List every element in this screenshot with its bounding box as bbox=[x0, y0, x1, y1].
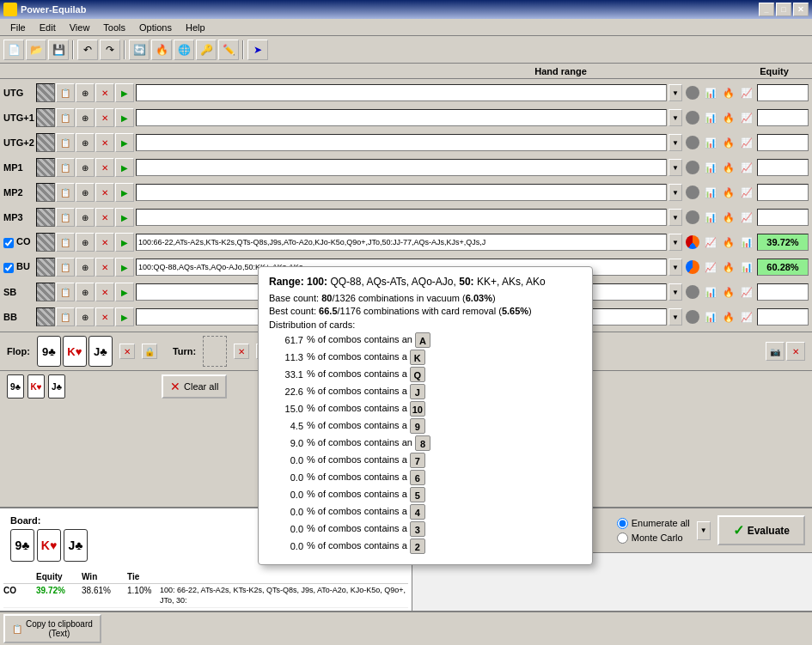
bb-circle-icon[interactable] bbox=[684, 308, 701, 326]
utg1-btn4[interactable]: ▶ bbox=[115, 108, 134, 127]
co-fire-icon[interactable]: 🔥 bbox=[720, 234, 737, 251]
toolbar-new[interactable]: 📄 bbox=[3, 40, 24, 60]
mp1-bar-icon[interactable]: 📈 bbox=[738, 159, 755, 176]
flop-card-1[interactable]: 9♣ bbox=[37, 336, 61, 367]
turn-card-slot[interactable] bbox=[203, 336, 227, 367]
bb-range-picker[interactable] bbox=[36, 307, 55, 326]
utg2-fire-icon[interactable]: 🔥 bbox=[720, 134, 737, 151]
mp1-range-input[interactable] bbox=[136, 159, 667, 176]
sb-bar-icon[interactable]: 📈 bbox=[738, 283, 755, 301]
utg1-btn1[interactable]: 📋 bbox=[56, 108, 75, 127]
mp2-btn1[interactable]: 📋 bbox=[56, 183, 75, 202]
bu-trend-icon[interactable]: 📈 bbox=[702, 259, 719, 276]
flop-lock-btn[interactable]: 🔒 bbox=[142, 344, 157, 359]
menu-edit[interactable]: Edit bbox=[33, 21, 63, 34]
eval-dropdown[interactable]: ▼ bbox=[697, 521, 711, 540]
utg-btn4[interactable]: ▶ bbox=[115, 83, 134, 102]
menu-file[interactable]: File bbox=[3, 21, 33, 34]
sb-btn3[interactable]: ✕ bbox=[95, 283, 114, 301]
toolbar-key[interactable]: 🔑 bbox=[196, 40, 217, 60]
co-bar-icon[interactable]: 📊 bbox=[738, 234, 755, 251]
mp2-btn4[interactable]: ▶ bbox=[115, 183, 134, 202]
turn-clear-btn[interactable]: ✕ bbox=[234, 344, 249, 359]
utg2-btn4[interactable]: ▶ bbox=[115, 133, 134, 152]
toolbar-wand[interactable]: ✏️ bbox=[218, 40, 239, 60]
sb-fire-icon[interactable]: 🔥 bbox=[720, 283, 737, 301]
utg2-btn2[interactable]: ⊕ bbox=[76, 133, 95, 152]
bu-btn2[interactable]: ⊕ bbox=[76, 258, 95, 277]
mp1-btn4[interactable]: ▶ bbox=[115, 158, 134, 177]
utg-btn2[interactable]: ⊕ bbox=[76, 83, 95, 102]
monte-carlo-option[interactable]: Monte Carlo bbox=[617, 532, 690, 544]
mp1-range-picker[interactable] bbox=[36, 158, 55, 177]
mp3-range-picker[interactable] bbox=[36, 208, 55, 227]
utg1-dropdown[interactable]: ▼ bbox=[669, 109, 682, 126]
menu-tools[interactable]: Tools bbox=[96, 21, 132, 34]
bu-dropdown[interactable]: ▼ bbox=[669, 259, 682, 276]
close-button[interactable]: ✕ bbox=[793, 3, 809, 16]
utg2-range-picker[interactable] bbox=[36, 133, 55, 152]
utg1-btn3[interactable]: ✕ bbox=[95, 108, 114, 127]
utg-btn1[interactable]: 📋 bbox=[56, 83, 75, 102]
mp2-btn3[interactable]: ✕ bbox=[95, 183, 114, 202]
maximize-button[interactable]: □ bbox=[776, 3, 791, 16]
co-checkbox[interactable] bbox=[3, 238, 14, 248]
mp3-bar-icon[interactable]: 📈 bbox=[738, 209, 755, 226]
co-btn4[interactable]: ▶ bbox=[115, 233, 134, 252]
mp1-btn2[interactable]: ⊕ bbox=[76, 158, 95, 177]
bu-range-picker[interactable] bbox=[36, 258, 55, 277]
mp2-fire-icon[interactable]: 🔥 bbox=[720, 184, 737, 201]
utg-chart-icon[interactable]: 📊 bbox=[702, 84, 719, 101]
mp3-btn2[interactable]: ⊕ bbox=[76, 208, 95, 227]
toolbar-undo[interactable]: ↶ bbox=[77, 40, 98, 60]
toolbar-globe[interactable]: 🌐 bbox=[174, 40, 194, 60]
menu-view[interactable]: View bbox=[63, 21, 97, 34]
toolbar-open[interactable]: 📂 bbox=[26, 40, 46, 60]
toolbar-save[interactable]: 💾 bbox=[48, 40, 69, 60]
bb-fire-icon[interactable]: 🔥 bbox=[720, 308, 737, 326]
bu-btn1[interactable]: 📋 bbox=[56, 258, 75, 277]
mp2-circle-icon[interactable] bbox=[684, 184, 701, 201]
sb-btn4[interactable]: ▶ bbox=[115, 283, 134, 301]
mp2-chart-icon[interactable]: 📊 bbox=[702, 184, 719, 201]
toolbar-refresh[interactable]: 🔄 bbox=[129, 40, 150, 60]
utg1-range-picker[interactable] bbox=[36, 108, 55, 127]
bu-btn3[interactable]: ✕ bbox=[95, 258, 114, 277]
toolbar-redo[interactable]: ↷ bbox=[100, 40, 120, 60]
co-circle-icon[interactable] bbox=[684, 234, 701, 251]
enumerate-all-option[interactable]: Enumerate all bbox=[617, 518, 690, 529]
utg1-btn2[interactable]: ⊕ bbox=[76, 108, 95, 127]
monte-carlo-radio[interactable] bbox=[617, 532, 628, 544]
mp3-btn1[interactable]: 📋 bbox=[56, 208, 75, 227]
flop-clear-btn[interactable]: ✕ bbox=[119, 344, 135, 359]
utg-dropdown[interactable]: ▼ bbox=[669, 84, 682, 101]
co-btn1[interactable]: 📋 bbox=[56, 233, 75, 252]
mp1-btn1[interactable]: 📋 bbox=[56, 158, 75, 177]
utg2-btn3[interactable]: ✕ bbox=[95, 133, 114, 152]
bb-btn2[interactable]: ⊕ bbox=[76, 307, 95, 326]
mp2-dropdown[interactable]: ▼ bbox=[669, 184, 682, 201]
co-range-picker[interactable] bbox=[36, 233, 55, 252]
sb-chart-icon[interactable]: 📊 bbox=[702, 283, 719, 301]
copy-to-clipboard-button[interactable]: 📋 Copy to clipboard(Text) bbox=[3, 614, 101, 643]
utg2-dropdown[interactable]: ▼ bbox=[669, 134, 682, 151]
mp1-dropdown[interactable]: ▼ bbox=[669, 159, 682, 176]
mp1-circle-icon[interactable] bbox=[684, 159, 701, 176]
co-btn3[interactable]: ✕ bbox=[95, 233, 114, 252]
mp3-dropdown[interactable]: ▼ bbox=[669, 209, 682, 226]
toolbar-fire[interactable]: 🔥 bbox=[151, 40, 172, 60]
result-export-btn[interactable]: 📷 bbox=[766, 342, 785, 361]
utg1-range-input[interactable] bbox=[136, 109, 667, 126]
sb-btn2[interactable]: ⊕ bbox=[76, 283, 95, 301]
utg2-chart-icon[interactable]: 📊 bbox=[702, 134, 719, 151]
utg1-fire-icon[interactable]: 🔥 bbox=[720, 109, 737, 126]
flop-card-3[interactable]: J♣ bbox=[89, 336, 113, 367]
bb-bar-icon[interactable]: 📈 bbox=[738, 308, 755, 326]
bb-chart-icon[interactable]: 📊 bbox=[702, 308, 719, 326]
bu-checkbox[interactable] bbox=[3, 263, 14, 273]
bb-dropdown[interactable]: ▼ bbox=[669, 308, 682, 326]
utg2-circle-icon[interactable] bbox=[684, 134, 701, 151]
minimize-button[interactable]: _ bbox=[759, 3, 774, 16]
bu-fire-icon[interactable]: 🔥 bbox=[720, 259, 737, 276]
bb-btn1[interactable]: 📋 bbox=[56, 307, 75, 326]
